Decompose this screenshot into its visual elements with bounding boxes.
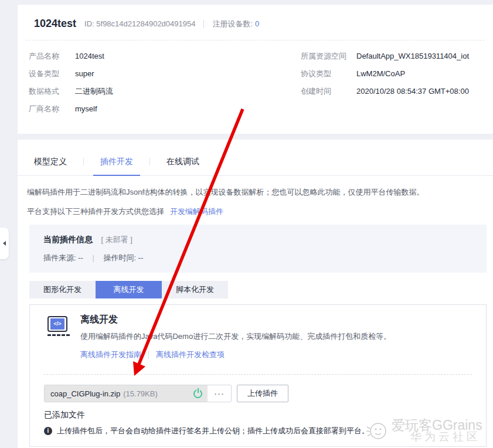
plugin-intro-line2: 平台支持以下三种插件开发方式供您选择开发编解码插件 — [27, 206, 484, 218]
file-added-label: 已添加文件 — [44, 410, 85, 420]
sidebar-collapse-handle[interactable] — [0, 228, 9, 259]
code-screen-icon: </> — [47, 316, 71, 360]
tab-bar: 模型定义 插件开发 在线调试 — [18, 140, 493, 176]
info-row: 产品名称1024test — [29, 47, 113, 65]
more-actions-button[interactable]: ··· — [208, 385, 231, 402]
upload-plugin-button[interactable]: 上传插件 — [237, 385, 288, 402]
device-count-value[interactable]: 0 — [255, 19, 259, 28]
tab-divider — [83, 158, 84, 165]
link-divider — [148, 351, 149, 359]
header-divider — [203, 20, 204, 28]
page-title: 1024test — [34, 18, 76, 30]
info-column-left: 产品名称1024test 设备类型super 数据格式二进制码流 厂商名称mys… — [29, 47, 113, 118]
selected-file-box: coap_CIGPlug-in.zip (15.79KB) ··· — [44, 385, 232, 402]
product-header: 1024test ID: 5f98c14d21284902d0491954 注册… — [18, 5, 493, 30]
upload-note: i 上传插件包后，平台会自动给插件进行签名并上传公钥；插件上传成功后会直接部署到… — [44, 426, 369, 436]
tab-divider — [149, 158, 150, 165]
file-size: (15.79KB) — [123, 389, 158, 398]
offline-title: 离线开发 — [80, 314, 391, 326]
current-plugin-meta: 插件来源: -- | 操作时间: -- — [43, 253, 472, 263]
mode-offline-button[interactable]: 离线开发 — [96, 281, 162, 298]
meta-separator: | — [93, 253, 94, 262]
info-row: 数据格式二进制码流 — [29, 83, 113, 100]
info-icon: i — [44, 427, 52, 435]
info-row: 所属资源空间DefaultApp_WX18519311404_iot — [301, 47, 469, 65]
current-plugin-panel: 当前插件信息 [ 未部署 ] 插件来源: -- | 操作时间: -- — [29, 225, 487, 273]
plugin-source: 插件来源: -- — [43, 253, 83, 262]
current-plugin-title-row: 当前插件信息 [ 未部署 ] — [43, 234, 472, 245]
offline-header: </> 离线开发 使用编解码插件的Java代码Demo进行二次开发，实现编解码功… — [44, 314, 391, 360]
operation-time: 操作时间: -- — [104, 253, 144, 262]
info-row: 创建时间2020/10/28 08:54:37 GMT+08:00 — [301, 83, 469, 100]
selected-file-chip: coap_CIGPlug-in.zip (15.79KB) — [45, 385, 208, 402]
offline-links: 离线插件开发指南 离线插件开发检查项 — [80, 349, 391, 360]
plugin-development-card: 模型定义 插件开发 在线调试 编解码插件用于二进制码流和Json结构体的转换，以… — [18, 140, 493, 448]
file-status-power-icon — [193, 389, 202, 398]
info-row: 设备类型super — [29, 65, 113, 83]
product-info-grid: 产品名称1024test 设备类型super 数据格式二进制码流 厂商名称mys… — [18, 47, 493, 124]
info-row: 厂商名称myself — [29, 100, 113, 118]
product-summary-card: 1024test ID: 5f98c14d21284902d0491954 注册… — [18, 5, 493, 134]
info-row: 协议类型LwM2M/CoAP — [301, 65, 469, 83]
offline-description: 使用编解码插件的Java代码Demo进行二次开发，实现编解码功能、完成插件打包和… — [80, 331, 391, 342]
dashed-separator — [44, 374, 472, 375]
dev-mode-switcher: 图形化开发 离线开发 脚本化开发 — [29, 281, 493, 298]
tab-online-debug[interactable]: 在线调试 — [159, 157, 206, 175]
tab-model-definition[interactable]: 模型定义 — [27, 157, 74, 175]
registered-device-count: 注册设备数:0 — [212, 19, 259, 29]
offline-guide-link[interactable]: 离线插件开发指南 — [80, 349, 141, 360]
upload-note-text: 上传插件包后，平台会自动给插件进行签名并上传公钥；插件上传成功后会直接部署到平台… — [57, 426, 369, 436]
deploy-status-badge: [ 未部署 ] — [101, 235, 132, 244]
develop-codec-plugin-link[interactable]: 开发编解码插件 — [170, 207, 223, 216]
mode-graphical-button[interactable]: 图形化开发 — [29, 281, 96, 298]
chevron-left-icon — [3, 241, 6, 246]
tab-plugin-development[interactable]: 插件开发 — [93, 157, 140, 175]
file-name: coap_CIGPlug-in.zip — [50, 389, 120, 398]
mode-script-button[interactable]: 脚本化开发 — [162, 281, 228, 298]
plugin-intro: 编解码插件用于二进制码流和Json结构体的转换，以实现设备数据解析；您也可以忽略… — [27, 186, 484, 218]
current-plugin-title: 当前插件信息 — [43, 235, 93, 244]
product-id: ID: 5f98c14d21284902d0491954 — [84, 19, 195, 28]
info-column-right: 所属资源空间DefaultApp_WX18519311404_iot 协议类型L… — [301, 47, 469, 100]
header-separator — [26, 40, 485, 40]
plugin-intro-line1: 编解码插件用于二进制码流和Json结构体的转换，以实现设备数据解析；您也可以忽略… — [27, 186, 484, 198]
offline-development-panel: </> 离线开发 使用编解码插件的Java代码Demo进行二次开发，实现编解码功… — [29, 304, 487, 447]
offline-checklist-link[interactable]: 离线插件开发检查项 — [156, 349, 225, 360]
offline-header-text: 离线开发 使用编解码插件的Java代码Demo进行二次开发，实现编解码功能、完成… — [80, 314, 391, 360]
file-upload-row: coap_CIGPlug-in.zip (15.79KB) ··· 上传插件 — [44, 385, 288, 402]
